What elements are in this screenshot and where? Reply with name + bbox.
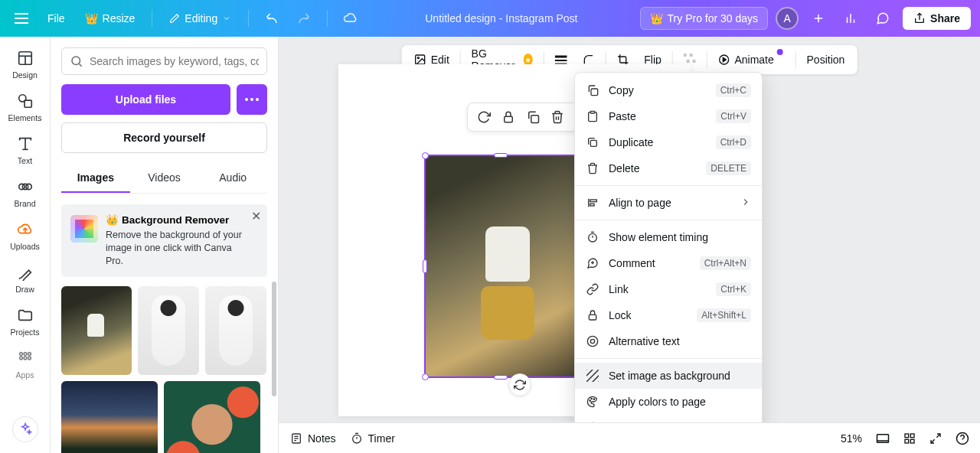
help-button[interactable] xyxy=(956,432,969,445)
rail-uploads[interactable]: Uploads xyxy=(0,214,51,256)
grid-view-button[interactable] xyxy=(903,432,916,445)
menu-button[interactable] xyxy=(9,6,34,31)
svg-point-20 xyxy=(19,353,22,356)
page-view-button[interactable] xyxy=(876,433,890,444)
quick-duplicate-button[interactable] xyxy=(521,106,544,129)
resize-handle[interactable] xyxy=(423,259,427,273)
menu-item-timing[interactable]: Show element timing xyxy=(575,224,762,250)
quick-lock-button[interactable] xyxy=(497,106,520,129)
rail-apps[interactable]: Apps xyxy=(0,343,51,384)
svg-point-63 xyxy=(590,400,590,401)
menu-label: Link xyxy=(609,283,707,295)
rail-label: Draw xyxy=(15,285,34,294)
resize-handle[interactable] xyxy=(422,373,429,380)
add-member-button[interactable] xyxy=(806,6,831,31)
cloud-sync-icon[interactable] xyxy=(338,6,363,31)
svg-rect-44 xyxy=(531,116,539,123)
tab-audio[interactable]: Audio xyxy=(198,164,267,193)
editing-dropdown[interactable]: Editing xyxy=(163,8,237,29)
chevron-right-icon xyxy=(740,197,751,210)
file-menu[interactable]: File xyxy=(41,8,71,29)
menu-item-lock[interactable]: LockAlt+Shift+L xyxy=(575,302,762,328)
menu-item-bg[interactable]: Set image as background xyxy=(575,363,762,389)
svg-rect-50 xyxy=(590,140,596,146)
notes-button[interactable]: Notes xyxy=(289,432,336,445)
redo-button[interactable] xyxy=(292,6,316,31)
svg-point-22 xyxy=(28,353,31,356)
bg-remover-thumb xyxy=(70,215,98,243)
menu-separator xyxy=(575,185,762,186)
divider xyxy=(248,10,249,27)
svg-marker-42 xyxy=(723,57,726,61)
animate-button[interactable]: Animate xyxy=(713,51,789,69)
comment-button[interactable] xyxy=(871,6,895,31)
rail-text[interactable]: Text xyxy=(0,129,51,170)
magic-button[interactable] xyxy=(12,416,38,442)
menu-item-palette[interactable]: Apply colors to page xyxy=(575,389,762,415)
rail-projects[interactable]: Projects xyxy=(0,300,51,341)
svg-rect-78 xyxy=(905,434,909,438)
menu-item-copy[interactable]: CopyCtrl+C xyxy=(575,77,762,103)
search-input[interactable] xyxy=(90,55,259,67)
divider xyxy=(795,51,796,68)
timer-button[interactable]: Timer xyxy=(350,432,395,445)
bg-icon xyxy=(586,369,599,383)
svg-line-83 xyxy=(931,439,935,443)
avatar[interactable]: A xyxy=(776,7,799,30)
tab-images[interactable]: Images xyxy=(61,164,130,193)
rail-label: Text xyxy=(18,156,32,165)
quick-replace-button[interactable] xyxy=(472,106,495,129)
menu-shortcut: Ctrl+K xyxy=(716,282,751,296)
panel-scrollbar[interactable] xyxy=(272,282,276,396)
rail-label: Design xyxy=(12,70,38,80)
selected-image[interactable] xyxy=(426,156,576,376)
rail-draw[interactable]: Draw xyxy=(0,257,51,298)
rail-brand[interactable]: Brand xyxy=(0,171,51,213)
try-pro-label: Try Pro for 30 days xyxy=(668,12,759,24)
undo-button[interactable] xyxy=(260,6,284,31)
quick-delete-button[interactable] xyxy=(546,106,569,129)
resize-handle[interactable] xyxy=(422,152,429,159)
menu-item-paste[interactable]: PasteCtrl+V xyxy=(575,103,762,129)
upload-thumb[interactable] xyxy=(138,286,199,375)
folder-icon xyxy=(16,306,34,324)
bg-remover-promo[interactable]: 👑Background Remover Remove the backgroun… xyxy=(61,204,267,277)
notes-label: Notes xyxy=(308,432,336,445)
resize-handle[interactable] xyxy=(494,375,508,380)
menu-item-alt[interactable]: Alternative text xyxy=(575,328,762,354)
share-button[interactable]: Share xyxy=(903,7,971,30)
upload-thumb[interactable] xyxy=(61,381,158,453)
resize-handle[interactable] xyxy=(494,153,508,158)
rail-elements[interactable]: Elements xyxy=(0,86,51,127)
try-pro-button[interactable]: 👑 Try Pro for 30 days xyxy=(640,7,769,30)
search-field[interactable] xyxy=(61,47,267,75)
position-button[interactable]: Position xyxy=(802,51,850,69)
rail-design[interactable]: Design xyxy=(0,43,51,84)
upload-more-button[interactable] xyxy=(237,84,267,115)
svg-rect-59 xyxy=(589,314,596,320)
upload-thumb[interactable] xyxy=(164,381,260,453)
upload-thumb[interactable] xyxy=(205,286,266,375)
promo-close-button[interactable]: ✕ xyxy=(251,209,261,223)
upload-files-button[interactable]: Upload files xyxy=(61,84,230,115)
menu-item-comment[interactable]: CommentCtrl+Alt+N xyxy=(575,250,762,276)
refresh-bubble[interactable] xyxy=(508,373,531,396)
record-yourself-button[interactable]: Record yourself xyxy=(61,122,267,153)
document-title[interactable]: Untitled design - Instagram Post xyxy=(363,12,639,24)
svg-point-60 xyxy=(587,336,597,346)
tab-videos[interactable]: Videos xyxy=(130,164,199,193)
fullscreen-button[interactable] xyxy=(929,432,942,445)
menu-item-duplicate[interactable]: DuplicateCtrl+D xyxy=(575,129,762,155)
link-icon xyxy=(586,282,599,296)
pencil-icon xyxy=(169,13,180,24)
menu-item-link[interactable]: LinkCtrl+K xyxy=(575,276,762,302)
new-dot xyxy=(777,49,783,55)
zoom-level[interactable]: 51% xyxy=(841,432,862,445)
menu-item-delete[interactable]: DeleteDELETE xyxy=(575,155,762,181)
svg-point-30 xyxy=(256,98,259,101)
resize-button[interactable]: 👑 Resize xyxy=(79,8,142,29)
menu-item-align[interactable]: Align to page xyxy=(575,190,762,216)
left-rail: Design Elements Text Brand Uploads Draw … xyxy=(0,37,51,453)
upload-thumb[interactable] xyxy=(61,286,132,375)
analytics-button[interactable] xyxy=(838,6,863,31)
